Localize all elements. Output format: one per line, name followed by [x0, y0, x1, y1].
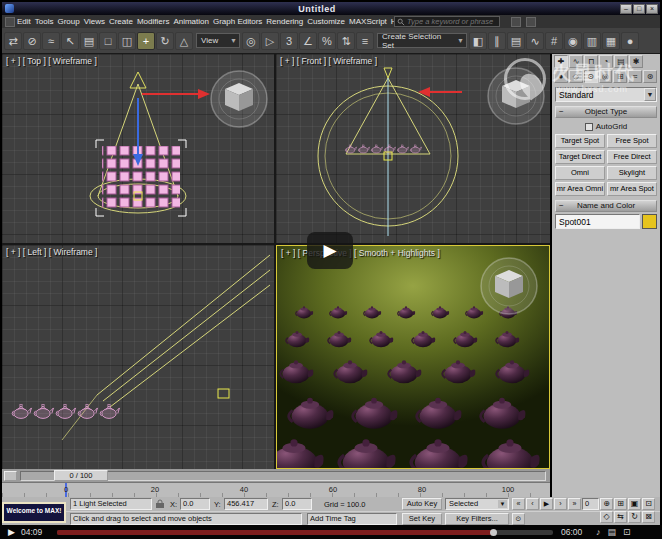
- selection-lock-icon[interactable]: [155, 499, 165, 509]
- select-and-scale-icon[interactable]: △: [175, 32, 193, 50]
- menu-maxscript[interactable]: MAXScript: [347, 15, 389, 28]
- mr-area-omni-button[interactable]: mr Area Omni: [555, 182, 605, 196]
- viewcube[interactable]: [486, 66, 546, 126]
- menu-customize[interactable]: Customize: [305, 15, 347, 28]
- object-name-field[interactable]: Spot001: [555, 214, 640, 229]
- field-of-view-icon[interactable]: ◇: [600, 511, 613, 523]
- menu-create[interactable]: Create: [107, 15, 135, 28]
- set-key-button[interactable]: Set Key: [402, 513, 442, 525]
- target-spot-button[interactable]: Target Spot: [555, 134, 605, 148]
- object-color-swatch[interactable]: [642, 214, 657, 229]
- select-and-move-icon[interactable]: +: [137, 32, 155, 50]
- track-bar[interactable]: 0 20 40 60 80 100: [2, 483, 550, 497]
- tab-motion[interactable]: ◔: [599, 55, 613, 68]
- volume-icon[interactable]: ♪: [596, 527, 601, 537]
- light-type-dropdown[interactable]: Standard ▼: [555, 87, 657, 102]
- angle-snap-icon[interactable]: ∠: [299, 32, 317, 50]
- target-direct-button[interactable]: Target Direct: [555, 150, 605, 164]
- y-coordinate-field[interactable]: 456.417: [224, 498, 268, 510]
- zoom-icon[interactable]: ⊕: [600, 498, 613, 510]
- app-menu-icon[interactable]: [5, 17, 15, 27]
- search-input[interactable]: [405, 17, 497, 26]
- category-helpers-icon[interactable]: ⊞: [613, 70, 627, 83]
- zoom-extents-all-icon[interactable]: ⊡: [642, 498, 655, 510]
- align-icon[interactable]: ∥: [488, 32, 506, 50]
- bind-to-spacewarp-icon[interactable]: ≈: [42, 32, 60, 50]
- menu-graph-editors[interactable]: Graph Editors: [211, 15, 264, 28]
- welcome-window[interactable]: Welcome to MAX!: [2, 502, 66, 523]
- unlink-selection-icon[interactable]: ⊘: [23, 32, 41, 50]
- menu-group[interactable]: Group: [55, 15, 81, 28]
- window-crossing-icon[interactable]: ◫: [118, 32, 136, 50]
- layer-manager-icon[interactable]: ▤: [507, 32, 525, 50]
- menu-rendering[interactable]: Rendering: [264, 15, 305, 28]
- mr-area-spot-button[interactable]: mr Area Spot: [607, 182, 657, 196]
- light-gizmo-handle[interactable]: [218, 389, 229, 398]
- rectangular-selection-icon[interactable]: □: [99, 32, 117, 50]
- add-time-tag[interactable]: Add Time Tag: [307, 513, 397, 525]
- skylight-button[interactable]: Skylight: [607, 166, 657, 180]
- omni-button[interactable]: Omni: [555, 166, 605, 180]
- category-geometry-icon[interactable]: ●: [554, 70, 568, 83]
- time-slider-left-end[interactable]: [4, 471, 17, 481]
- menu-animation[interactable]: Animation: [171, 15, 211, 28]
- free-direct-button[interactable]: Free Direct: [607, 150, 657, 164]
- key-filters-button[interactable]: Key Filters...: [445, 513, 509, 525]
- tab-hierarchy[interactable]: ⊓: [584, 55, 598, 68]
- infocenter-help-icon[interactable]: [526, 17, 536, 27]
- video-play-overlay[interactable]: ▶: [307, 232, 353, 269]
- menu-tools[interactable]: Tools: [33, 15, 56, 28]
- arc-rotate-icon[interactable]: ↻: [628, 511, 641, 523]
- category-cameras-icon[interactable]: ◎: [599, 70, 613, 83]
- player-progress-handle[interactable]: [490, 529, 497, 536]
- player-play-icon[interactable]: ▶: [8, 527, 15, 537]
- mirror-icon[interactable]: ◧: [469, 32, 487, 50]
- menu-modifiers[interactable]: Modifiers: [135, 15, 171, 28]
- viewport-left-label[interactable]: [ + ] [ Left ] [ Wireframe ]: [6, 247, 97, 257]
- rollout-object-type[interactable]: − Object Type: [555, 106, 657, 118]
- viewport-perspective-label[interactable]: [ + ] [ Perspective ] [ Smooth + Highlig…: [281, 248, 440, 258]
- viewport-front[interactable]: [ + ] [ Front ] [ Wireframe ]: [276, 54, 550, 243]
- category-shapes-icon[interactable]: ◇: [569, 70, 583, 83]
- category-lights-icon[interactable]: ⊙: [584, 70, 598, 83]
- viewport-perspective[interactable]: [ + ] [ Perspective ] [ Smooth + Highlig…: [276, 245, 550, 469]
- go-to-start-button[interactable]: «: [512, 498, 525, 510]
- fullscreen-icon[interactable]: ⊡: [623, 527, 631, 537]
- tab-create[interactable]: ✚: [554, 55, 568, 68]
- auto-key-button[interactable]: Auto Key: [402, 498, 442, 510]
- autogrid-checkbox[interactable]: [585, 123, 593, 131]
- select-by-name-icon[interactable]: ▤: [80, 32, 98, 50]
- spinner-snap-icon[interactable]: ⇅: [337, 32, 355, 50]
- key-mode-toggle-button[interactable]: ⊙: [512, 513, 525, 525]
- current-time-field[interactable]: 0: [582, 498, 599, 510]
- named-selection-sets-icon[interactable]: ≡: [356, 32, 374, 50]
- tab-modify[interactable]: ∿: [569, 55, 583, 68]
- go-to-end-button[interactable]: »: [568, 498, 581, 510]
- viewcube[interactable]: [209, 69, 269, 129]
- reference-coordinate-dropdown[interactable]: View ▼: [196, 33, 240, 48]
- select-and-rotate-icon[interactable]: ↻: [156, 32, 174, 50]
- player-progress-bar[interactable]: [57, 530, 553, 535]
- z-coordinate-field[interactable]: 0.0: [282, 498, 312, 510]
- viewport-left[interactable]: [ + ] [ Left ] [ Wireframe ]: [2, 245, 274, 469]
- quick-render-icon[interactable]: ●: [621, 32, 639, 50]
- time-slider-button[interactable]: 0 / 100: [54, 470, 108, 481]
- category-spacewarps-icon[interactable]: ≈: [628, 70, 642, 83]
- next-frame-button[interactable]: ›: [554, 498, 567, 510]
- pan-icon[interactable]: ⇆: [614, 511, 627, 523]
- selection-set-dropdown[interactable]: Create Selection Set ▼: [377, 33, 467, 48]
- maximize-button[interactable]: □: [633, 4, 645, 14]
- menu-views[interactable]: Views: [82, 15, 107, 28]
- material-editor-icon[interactable]: ◉: [564, 32, 582, 50]
- viewcube[interactable]: [479, 256, 539, 316]
- close-button[interactable]: ×: [646, 4, 658, 14]
- viewport-top-label[interactable]: [ + ] [ Top ] [ Wireframe ]: [6, 56, 97, 66]
- percent-snap-icon[interactable]: %: [318, 32, 336, 50]
- schematic-view-icon[interactable]: #: [545, 32, 563, 50]
- category-systems-icon[interactable]: ⊛: [643, 70, 657, 83]
- snaps-toggle-icon[interactable]: 3: [280, 32, 298, 50]
- select-and-manipulate-icon[interactable]: ▷: [261, 32, 279, 50]
- play-animation-button[interactable]: ▶: [540, 498, 553, 510]
- render-setup-icon[interactable]: ▥: [583, 32, 601, 50]
- tab-display[interactable]: ▤: [614, 55, 628, 68]
